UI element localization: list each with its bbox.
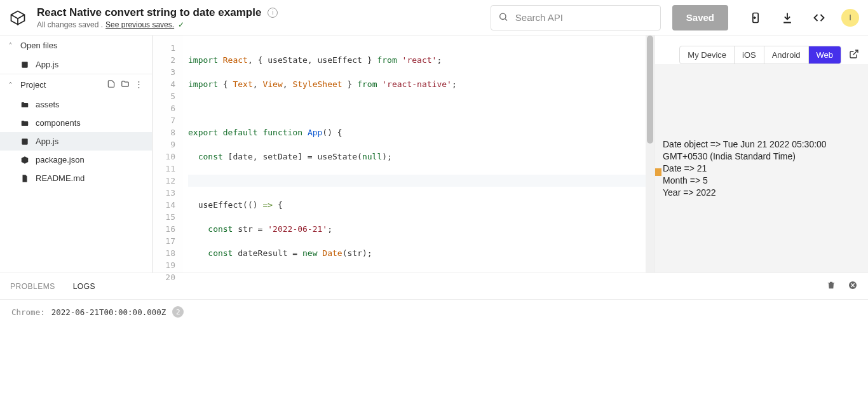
- saved-button[interactable]: Saved: [672, 5, 728, 30]
- svg-rect-5: [22, 138, 27, 144]
- info-icon[interactable]: i: [268, 8, 278, 18]
- scroll-thumb[interactable]: [647, 36, 653, 144]
- log-count-badge: 2: [172, 306, 184, 318]
- close-panel-icon[interactable]: [848, 280, 858, 293]
- search-input[interactable]: [491, 5, 661, 30]
- folder-icon: [19, 100, 31, 109]
- code-area[interactable]: import React, { useState, useEffect } fr…: [183, 36, 654, 273]
- tab-problems[interactable]: PROBLEMS: [10, 282, 55, 291]
- code-editor[interactable]: 1234567891011121314151617181920 import R…: [153, 36, 654, 273]
- preview-line: Date => 21: [663, 163, 860, 175]
- sidebar: ˄ Open files App.js ˄ Project ⋮ assetsco…: [0, 36, 153, 273]
- chevron-up-icon: ˄: [9, 42, 17, 49]
- log-source: Chrome:: [11, 307, 45, 317]
- project-file-item[interactable]: package.json: [0, 151, 152, 169]
- preview-strip: [655, 168, 661, 176]
- preview-panel: My DeviceiOSAndroidWeb Date object => Tu…: [654, 36, 868, 273]
- project-section[interactable]: ˄ Project ⋮: [0, 74, 152, 95]
- editor-scrollbar[interactable]: [646, 36, 654, 273]
- avatar[interactable]: I: [841, 9, 859, 27]
- download-icon[interactable]: [780, 11, 794, 25]
- bottom-panel: PROBLEMS LOGS Chrome: 2022-06-21T00:00:0…: [0, 273, 868, 397]
- save-status-text: All changes saved .: [37, 20, 103, 29]
- embed-icon[interactable]: [812, 11, 826, 25]
- open-file-item[interactable]: App.js: [0, 55, 152, 74]
- log-line: Chrome: 2022-06-21T00:00:00.000Z 2: [11, 306, 857, 318]
- js-file-icon: [19, 60, 31, 69]
- chevron-up-icon: ˄: [9, 81, 17, 88]
- device-tab-ios[interactable]: iOS: [735, 46, 764, 64]
- search-icon: [498, 11, 508, 24]
- device-tab-android[interactable]: Android: [764, 46, 809, 64]
- device-tabs: My DeviceiOSAndroidWeb: [679, 46, 841, 64]
- brand-logo[interactable]: [9, 9, 27, 27]
- popout-icon[interactable]: [849, 49, 859, 61]
- project-file-item[interactable]: assets: [0, 95, 152, 114]
- project-file-item[interactable]: README.md: [0, 169, 152, 187]
- open-files-section[interactable]: ˄ Open files: [0, 36, 152, 55]
- package-icon: [19, 156, 31, 165]
- logs-body: Chrome: 2022-06-21T00:00:00.000Z 2: [0, 300, 868, 397]
- js-icon: [19, 137, 31, 146]
- file-icon: [19, 174, 31, 183]
- preview-line: Date object => Tue Jun 21 2022 05:30:00 …: [663, 138, 860, 163]
- preview-output: Date object => Tue Jun 21 2022 05:30:00 …: [655, 64, 868, 273]
- project-file-item[interactable]: components: [0, 114, 152, 132]
- svg-rect-4: [22, 62, 27, 67]
- svg-line-1: [505, 18, 507, 20]
- more-icon[interactable]: ⋮: [135, 79, 143, 90]
- svg-point-0: [499, 13, 505, 19]
- page-title: React Native convert string to date exam…: [37, 6, 261, 19]
- preview-line: Year => 2022: [663, 187, 860, 199]
- new-file-icon[interactable]: [107, 79, 116, 90]
- device-icon[interactable]: [749, 11, 763, 25]
- folder-icon: [19, 119, 31, 128]
- previous-saves-link[interactable]: See previous saves.: [105, 20, 174, 29]
- check-icon: ✓: [178, 20, 184, 29]
- new-folder-icon[interactable]: [121, 79, 130, 90]
- trash-icon[interactable]: [826, 280, 836, 293]
- device-tab-web[interactable]: Web: [809, 46, 841, 64]
- log-message: 2022-06-21T00:00:00.000Z: [51, 307, 166, 317]
- tab-logs[interactable]: LOGS: [73, 282, 95, 291]
- device-tab-my-device[interactable]: My Device: [680, 46, 735, 64]
- line-gutter: 1234567891011121314151617181920: [153, 36, 183, 273]
- preview-line: Month => 5: [663, 175, 860, 187]
- project-file-item[interactable]: App.js: [0, 132, 152, 151]
